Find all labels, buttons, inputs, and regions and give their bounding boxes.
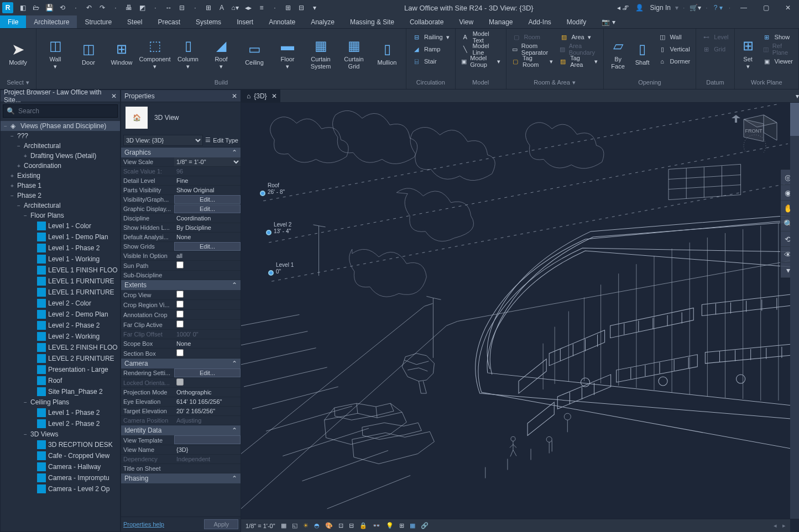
tree-node[interactable]: Level 1 - Working (1, 254, 120, 265)
link-icon[interactable]: ◂ 🖇 (617, 2, 629, 14)
vcb-analytical-icon[interactable]: ▦ (410, 522, 415, 529)
wall-opening-button[interactable]: ◫Wall (656, 31, 693, 43)
tree-node[interactable]: Camera - Level 2 Op (1, 483, 120, 494)
prop-value[interactable]: 614' 10 165/256" (174, 398, 241, 405)
ribbon-tab-add-ins[interactable]: Add-Ins (520, 15, 558, 28)
viewer-button[interactable]: ▣Viewer (760, 55, 795, 67)
prop-value[interactable] (174, 275, 241, 276)
tree-node[interactable]: −◈Views (Phase and Discipline) (1, 121, 120, 131)
prop-value[interactable]: Orthographic (174, 388, 241, 396)
prop-group-header[interactable]: Extents⌃ (121, 280, 241, 290)
tree-toggle-icon[interactable]: − (9, 133, 15, 139)
tree-node[interactable]: Level 2 - Demo Plan (1, 309, 120, 320)
ribbon-tab-annotate[interactable]: Annotate (261, 15, 303, 28)
tree-node[interactable]: −Floor Plans (1, 210, 120, 220)
ribbon-tab-manage[interactable]: Manage (481, 15, 520, 28)
vcb-style-icon[interactable]: ◱ (292, 522, 297, 529)
ribbon-tab-camera-icon[interactable]: 📷 ▾ (594, 15, 623, 28)
prop-value[interactable] (174, 468, 241, 469)
curtain-grid-button[interactable]: ▦CurtainGrid (338, 31, 369, 76)
mullion-button[interactable]: ▯Mullion (372, 31, 403, 76)
tree-node[interactable]: Camera - Hallway (1, 461, 120, 472)
tree-toggle-icon[interactable]: − (16, 203, 22, 209)
qat-text-icon[interactable]: A (216, 2, 228, 14)
tree-node[interactable]: Level 1 - Phase 2 (1, 407, 120, 418)
roof-button[interactable]: ◢Roof▾ (206, 31, 237, 76)
model-line-button[interactable]: ╲Model Line (459, 43, 503, 55)
prop-checkbox[interactable] (176, 310, 184, 318)
cart-icon[interactable]: 🛒▾ (689, 2, 701, 14)
vcb-link-icon[interactable]: 🔗 (421, 522, 429, 529)
tree-toggle-icon[interactable]: + (9, 173, 15, 179)
minimize-icon[interactable]: — (735, 1, 753, 14)
ribbon-tab-collaborate[interactable]: Collaborate (402, 15, 451, 28)
prop-value[interactable]: By Discipline (174, 224, 241, 231)
tree-node[interactable]: Level 1 - Phase 2 (1, 243, 120, 254)
tag-area-button[interactable]: ▨Tag Area ▾ (557, 55, 600, 67)
tree-toggle-icon[interactable]: − (9, 193, 15, 199)
prop-group-header[interactable]: Identity Data⌃ (121, 425, 241, 435)
tree-node[interactable]: −Phase 2 (1, 191, 120, 201)
search-input[interactable]: 🔍 Search (3, 104, 118, 118)
prop-value[interactable]: {3D} (174, 446, 241, 454)
ribbon-tab-massing---site[interactable]: Massing & Site (342, 15, 402, 28)
tree-toggle-icon[interactable]: + (23, 153, 28, 159)
prop-value[interactable]: None (174, 233, 241, 241)
close-icon[interactable]: ✕ (779, 1, 797, 14)
room-separator-button[interactable]: ▭Room Separator (510, 43, 555, 55)
modify-button[interactable]: ➤ Modify (3, 31, 33, 76)
properties-help-link[interactable]: Properties help (123, 521, 164, 528)
ribbon-tab-file[interactable]: File (0, 15, 26, 28)
ceiling-button[interactable]: ▭Ceiling (239, 31, 270, 76)
drawing-canvas[interactable]: Roof26' - 8"Level 213' - 4"Level 10" FRO… (241, 103, 799, 532)
prop-checkbox[interactable] (176, 320, 184, 328)
prop-checkbox[interactable] (176, 291, 184, 298)
prop-checkbox[interactable] (176, 349, 184, 356)
tree-toggle-icon[interactable]: + (16, 163, 22, 169)
project-browser-close-icon[interactable]: ✕ (111, 92, 117, 100)
vcb-reveal-icon[interactable]: 💡 (386, 522, 394, 529)
maximize-icon[interactable]: ▢ (757, 1, 775, 14)
qat-measure-icon[interactable]: ↔ (163, 2, 175, 14)
qat-icon-5[interactable]: ≡ (255, 2, 268, 14)
qat-save-icon[interactable]: 💾 (43, 2, 55, 14)
wall-button[interactable]: ◫Wall▾ (40, 31, 71, 76)
ribbon-tab-architecture[interactable]: Architecture (26, 15, 77, 28)
qat-icon-1[interactable]: ◩ (136, 2, 148, 14)
vcb-lock-icon[interactable]: 🔒 (359, 522, 367, 529)
qat-sync-icon[interactable]: ⟲ (56, 2, 69, 14)
show-button[interactable]: ⊞Show (760, 31, 795, 43)
vcb-render-icon[interactable]: 🎨 (325, 522, 333, 529)
model-text-button[interactable]: AModel Text (459, 31, 503, 43)
tag-room-button[interactable]: ▢Tag Room ▾ (510, 55, 555, 67)
apply-button[interactable]: Apply (204, 519, 238, 529)
edit-type-button[interactable]: ☰Edit Type (205, 136, 238, 144)
prop-edit-button[interactable]: Edit... (174, 195, 241, 204)
room-area-panel-label[interactable]: Room & Area ▾ (510, 78, 600, 87)
tree-node[interactable]: Cafe - Cropped View (1, 450, 120, 461)
qat-home-icon[interactable]: ◧ (17, 2, 29, 14)
curtain-system-button[interactable]: ▦CurtainSystem (305, 31, 336, 76)
tree-toggle-icon[interactable]: − (23, 213, 28, 219)
tree-node[interactable]: Presentation - Large (1, 364, 120, 375)
qat-undo-icon[interactable]: ↶ (83, 2, 95, 14)
view-scale-selector[interactable]: 1/8" = 1'-0" (246, 523, 275, 529)
qat-redo-icon[interactable]: ↷ (96, 2, 108, 14)
vertical-button[interactable]: ▯Vertical (656, 43, 693, 55)
ribbon-tab-steel[interactable]: Steel (119, 15, 150, 28)
tree-node[interactable]: Level 1 - Demo Plan (1, 231, 120, 243)
prop-value[interactable]: Coordination (174, 214, 241, 222)
prop-checkbox[interactable] (176, 301, 184, 308)
tree-toggle-icon[interactable]: − (23, 431, 28, 438)
prop-edit-button[interactable]: Edit... (174, 204, 241, 213)
dormer-button[interactable]: ⌂Dormer (656, 55, 693, 67)
tree-node[interactable]: +Existing (1, 171, 120, 181)
tree-node[interactable]: Level 1 - Color (1, 220, 120, 231)
properties-close-icon[interactable]: ✕ (232, 92, 237, 100)
prop-value[interactable]: Fine (174, 177, 241, 185)
area-button[interactable]: ▨Area ▾ (557, 31, 600, 43)
tree-toggle-icon[interactable]: − (23, 399, 28, 405)
ramp-button[interactable]: ◢Ramp (410, 43, 452, 55)
model-group-button[interactable]: ▣Model Group ▾ (459, 55, 503, 67)
vcb-scroll-left-icon[interactable]: ◂ (774, 522, 777, 529)
